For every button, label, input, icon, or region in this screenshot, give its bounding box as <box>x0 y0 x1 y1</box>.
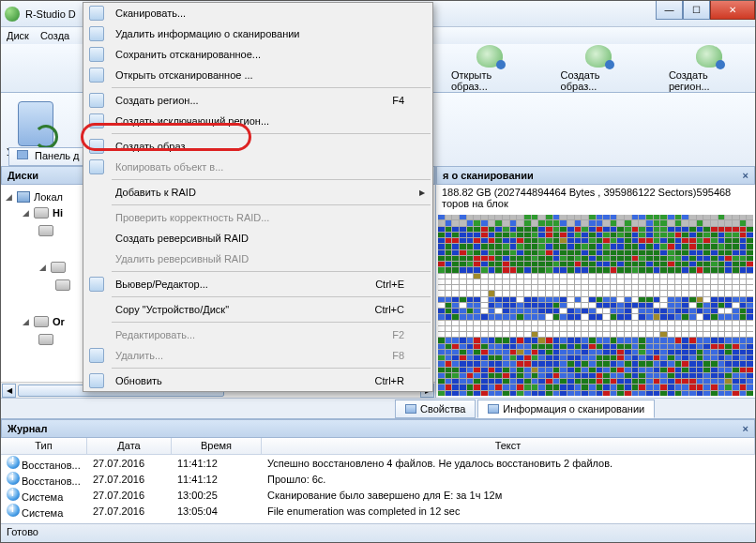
toolbar-create-region-label: Создать регион... <box>669 69 749 92</box>
ctx-del-rev-raid[interactable]: Удалить реверсивный RAID <box>83 249 432 269</box>
ctx-create-image[interactable]: Создать образ... <box>83 136 432 157</box>
ctx-create-region[interactable]: Создать регион...F4 <box>83 90 432 111</box>
tab-properties-label: Свойства <box>420 403 465 415</box>
scan-info-line1: 188.82 GB (202744894464 Bytes , 39598612… <box>442 187 749 198</box>
ctx-viewer[interactable]: Вьювер/Редактор...Ctrl+E <box>83 274 432 294</box>
context-menu: Сканировать... Удалить информацию о скан… <box>83 2 433 392</box>
info-icon <box>7 472 20 485</box>
toolbar-open-image[interactable]: Открыть образ... <box>451 45 529 92</box>
statusbar: Готово <box>1 523 755 542</box>
minimize-button[interactable]: — <box>656 1 683 20</box>
info-icon <box>7 504 20 517</box>
col-text[interactable]: Текст <box>262 438 755 454</box>
copy-object-icon <box>89 159 104 174</box>
panel-tab-label: Панель д <box>35 150 79 161</box>
tree-label: Hi <box>53 207 63 219</box>
collapse-icon[interactable]: ◢ <box>5 192 13 202</box>
drive-icon <box>55 279 70 291</box>
ctx-copy[interactable]: Copy "Устройство/Диск"Ctrl+C <box>83 299 432 320</box>
ctx-del-scan-info[interactable]: Удалить информацию о сканировании <box>83 23 432 44</box>
ctx-scan[interactable]: Сканировать... <box>83 3 432 23</box>
scan-grid <box>438 215 753 396</box>
menu-disk[interactable]: Диск <box>7 30 29 41</box>
chevron-right-icon: ▶ <box>419 189 425 197</box>
ctx-open-scan[interactable]: Открыть отсканированное ... <box>83 65 432 85</box>
journal-header: Тип Дата Время Текст <box>1 438 755 455</box>
scan-map <box>436 213 755 398</box>
tab-scan-info[interactable]: Информация о сканировании <box>477 400 655 418</box>
scan-icon <box>89 6 104 21</box>
tree-label: Локал <box>34 191 63 203</box>
create-region-icon <box>696 45 722 68</box>
col-date[interactable]: Дата <box>87 438 172 454</box>
tree-label: Or <box>53 316 65 327</box>
status-text: Готово <box>7 526 38 537</box>
journal-row[interactable]: Система27.07.201613:05:04File enumeratio… <box>1 503 755 519</box>
journal-close-icon[interactable]: × <box>743 423 748 434</box>
right-column: я о сканировании × 188.82 GB (2027448944… <box>436 166 755 398</box>
create-image-icon <box>585 45 612 68</box>
scan-info-close-icon[interactable]: × <box>743 170 748 181</box>
ctx-delete[interactable]: Удалить...F8 <box>83 345 432 366</box>
toolbar-open-image-label: Открыть образ... <box>451 69 529 92</box>
toolbar-create-region[interactable]: Создать регион... <box>669 45 749 92</box>
region-icon <box>89 93 104 108</box>
journal-panel: Журнал × Тип Дата Время Текст Восстанов.… <box>1 418 755 523</box>
bottom-tabs: Свойства Информация о сканировании <box>1 398 755 418</box>
ctx-save-scan[interactable]: Сохранить отсканированное... <box>83 44 432 65</box>
scan-info-icon <box>488 404 499 414</box>
warning-icon <box>7 456 20 469</box>
image-icon <box>89 139 104 154</box>
toolbar-create-image-label: Создать образ... <box>561 69 637 92</box>
ctx-edit[interactable]: Редактировать...F2 <box>83 324 432 345</box>
drive-icon <box>34 316 49 327</box>
window-title: R-Studio D <box>25 8 76 20</box>
wrench-icon <box>17 150 28 159</box>
delete-icon <box>89 348 104 363</box>
computer-icon <box>17 191 30 203</box>
journal-row[interactable]: Восстанов...27.07.201611:41:12Прошло: 6с… <box>1 471 755 487</box>
panel-tab[interactable]: Панель д <box>8 147 88 166</box>
disks-panel-title: Диски <box>8 170 38 181</box>
ctx-create-excl-region[interactable]: Создать исключающий регион... <box>83 111 432 131</box>
ctx-add-raid[interactable]: Добавить к RAID▶ <box>83 182 432 203</box>
ctx-refresh[interactable]: ОбновитьCtrl+R <box>83 370 432 391</box>
scan-info-title: я о сканировании <box>443 170 534 181</box>
drive-icon <box>34 207 49 219</box>
collapse-icon[interactable]: ◢ <box>22 317 30 326</box>
tab-scan-info-label: Информация о сканировании <box>503 403 644 415</box>
close-button[interactable]: ✕ <box>710 1 755 20</box>
refresh-icon <box>89 373 104 388</box>
col-type[interactable]: Тип <box>1 438 87 454</box>
viewer-icon <box>89 277 104 292</box>
journal-title: Журнал <box>8 423 47 434</box>
drive-icon <box>38 334 53 345</box>
save-scan-icon <box>89 47 104 62</box>
blank-icon <box>89 185 104 200</box>
toolbar-create-image[interactable]: Создать образ... <box>561 45 637 92</box>
info-icon <box>7 488 20 501</box>
journal-row[interactable]: Восстанов...27.07.201611:41:12Успешно во… <box>1 455 755 471</box>
app-icon <box>5 7 20 22</box>
excl-region-icon <box>89 113 104 128</box>
scan-info-line2: торов на блок <box>442 198 749 209</box>
ctx-check-raid[interactable]: Проверить корректность RAID... <box>83 207 432 228</box>
delete-scan-icon <box>89 26 104 41</box>
ctx-create-rev-raid[interactable]: Создать реверсивный RAID <box>83 228 432 249</box>
tab-properties[interactable]: Свойства <box>395 400 476 418</box>
journal-table: Тип Дата Время Текст Восстанов...27.07.2… <box>1 438 755 523</box>
col-time[interactable]: Время <box>172 438 262 454</box>
ctx-copy-object[interactable]: Копировать объект в... <box>83 157 432 177</box>
maximize-button[interactable]: ☐ <box>683 1 710 20</box>
open-scan-icon <box>89 68 104 83</box>
collapse-icon[interactable]: ◢ <box>22 208 30 218</box>
open-image-icon <box>476 45 503 68</box>
drive-icon <box>51 262 66 273</box>
menu-create[interactable]: Созда <box>40 30 69 41</box>
deleted-icon <box>18 101 53 146</box>
scan-info-text: 188.82 GB (202744894464 Bytes , 39598612… <box>436 185 755 213</box>
journal-caption: Журнал × <box>1 419 755 438</box>
collapse-icon[interactable]: ◢ <box>38 263 47 272</box>
journal-row[interactable]: Система27.07.201613:00:25Сканирование бы… <box>1 487 755 503</box>
scroll-left-button[interactable]: ◀ <box>2 384 16 398</box>
